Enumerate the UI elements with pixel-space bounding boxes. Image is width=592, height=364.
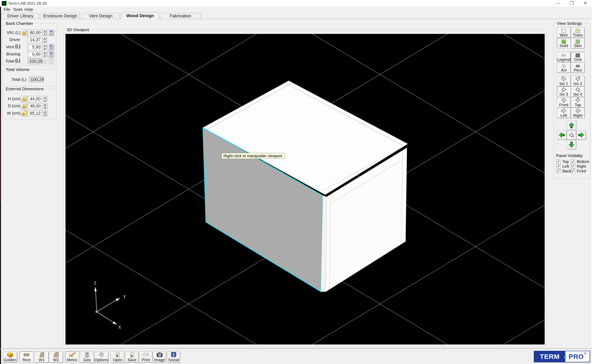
legend-button[interactable]: H1 Legend [557,52,571,62]
d-field[interactable]: 48,00 [28,103,42,109]
vent-field[interactable]: 5,93 [28,44,42,50]
save-button[interactable]: Save [125,351,139,363]
minimize-button[interactable]: — [552,0,563,7]
h-spinner[interactable] [43,96,47,102]
grid-button[interactable]: Grid [571,52,585,62]
spin-up-icon[interactable] [42,30,47,32]
app-icon: TL [2,1,7,6]
w1-button[interactable]: W1 [34,351,49,363]
image-button[interactable]: Image [153,351,166,363]
tab-fabrication[interactable]: Fabrication [160,13,201,19]
options-button[interactable]: Options [94,351,108,363]
spin-up-icon[interactable] [43,96,47,98]
vb1-field[interactable]: 80,00 [28,30,42,35]
pan-right-button[interactable] [576,130,586,140]
checkbox-left[interactable]: ✓ [557,164,561,169]
close-button[interactable]: ✕ [580,0,591,7]
reticle-right-icon [574,108,581,113]
vb1-lock-button[interactable] [21,30,27,36]
top-view-button[interactable]: Top [571,97,585,108]
iso2-button[interactable]: Iso 2 [571,76,585,86]
iso1-button[interactable]: Iso 1 [557,76,571,86]
ani-button[interactable]: Ani [557,62,571,73]
checkbox-right[interactable]: ✓ [571,164,575,169]
trans-button[interactable]: Trans [571,27,585,38]
bc-total-field: 100,29 [28,58,42,64]
d-spinner[interactable] [43,103,47,109]
wire-button[interactable]: Wire [557,27,571,38]
vb1-calc-button[interactable] [48,30,54,36]
driver-spinner[interactable] [42,37,47,43]
spin-up-icon[interactable] [42,51,47,54]
axis-triad: Z Y X [66,34,545,344]
d-lock-button[interactable] [21,103,27,109]
bracing-field[interactable]: 0,00 [28,51,42,57]
driver-field[interactable]: 14,37 [28,37,42,43]
tab-enclosure-design[interactable]: Enclosure Design [41,13,80,19]
menu-tools[interactable]: Tools [12,7,23,12]
geo-button[interactable]: Geo [80,351,94,363]
pers-button[interactable]: Pers [571,62,585,73]
tab-vent-design[interactable]: Vent Design [81,13,120,19]
transparent-icon [576,29,580,33]
social-button[interactable]: f Social [167,351,180,363]
front-view-button[interactable]: Front [557,97,571,108]
print-button[interactable]: Print [139,351,152,363]
spin-up-icon[interactable] [42,37,47,39]
center-view-button[interactable] [567,130,576,140]
green-arrow-up-icon [568,122,575,129]
restore-button[interactable]: ❐ [566,0,577,7]
w2-button[interactable]: W2 [49,351,63,363]
camera-icon [156,351,163,358]
checkbox-front-label: Front [577,169,586,173]
spin-down-icon[interactable] [42,54,47,57]
pan-down-button[interactable] [567,140,576,150]
checkbox-bottom-label: Bottom [577,159,589,164]
spin-down-icon[interactable] [42,33,47,35]
iso3-button[interactable]: Iso 3 [557,86,571,97]
solid-button[interactable]: Solid [557,38,571,48]
iso4-button[interactable]: Iso 4 [571,86,585,97]
checkbox-top[interactable]: ✓ [557,160,561,164]
reticle-top-left-icon [560,76,567,81]
skin-icon [576,40,580,44]
vent-spinner[interactable] [42,44,47,50]
bracing-calc-button[interactable] [48,51,54,57]
w-spinner[interactable] [43,110,47,116]
skin-button[interactable]: Skin [571,38,585,48]
right-view-button[interactable]: Right [571,108,585,118]
vb1-spinner[interactable] [42,30,47,35]
viewport-canvas[interactable]: Z Y X Right-click to manipulate viewport… [66,34,545,344]
spin-up-icon[interactable] [43,103,47,106]
spin-down-icon[interactable] [43,113,47,116]
spin-down-icon[interactable] [43,106,47,109]
spin-down-icon[interactable] [42,47,47,50]
spin-up-icon[interactable] [43,110,47,113]
golden-button[interactable]: Golden [3,351,17,363]
open-button[interactable]: Open [111,351,124,363]
checkbox-front[interactable]: ✓ [571,169,575,173]
grid-icon [576,53,580,57]
menu-help[interactable]: Help [24,7,34,12]
w-field[interactable]: 65,12 [28,110,42,116]
reticle-bottom-icon [560,97,567,103]
pan-up-button[interactable] [567,121,576,130]
h-field[interactable]: 44,00 [28,96,42,102]
w-lock-button[interactable] [21,110,27,116]
checkbox-back[interactable]: ✓ [557,169,561,173]
lock-open-icon [22,113,25,115]
h-lock-button[interactable] [21,96,27,102]
left-view-button[interactable]: Left [557,108,571,118]
tab-driver-library[interactable]: Driver Library [1,13,39,19]
checkbox-bottom[interactable]: ✓ [571,160,575,164]
bracing-spinner[interactable] [42,51,47,57]
spin-down-icon[interactable] [42,40,47,43]
rect-button[interactable]: Rect [19,351,34,363]
spin-down-icon[interactable] [43,99,47,102]
vent-calc-button[interactable] [48,44,54,50]
menu-file[interactable]: File [3,7,11,12]
tab-wood-design[interactable]: Wood Design [121,12,159,19]
metric-button[interactable]: Metric [65,351,79,363]
spin-up-icon[interactable] [42,44,47,47]
pan-left-button[interactable] [557,130,566,140]
